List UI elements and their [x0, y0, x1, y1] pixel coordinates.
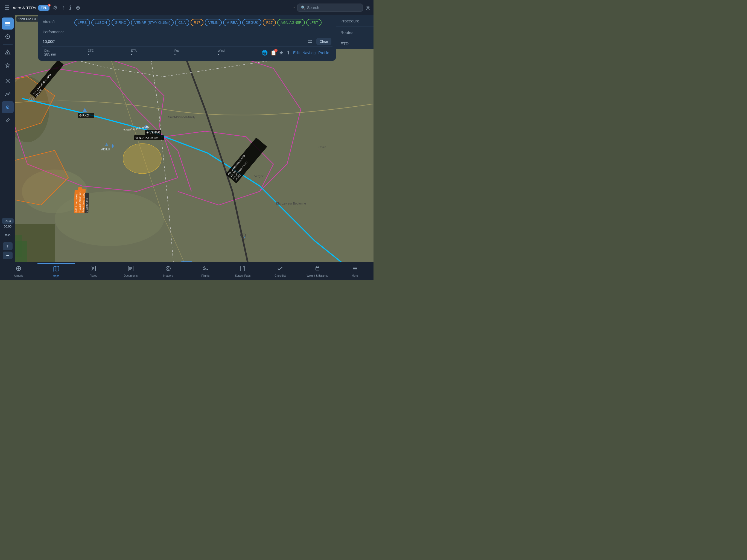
timer-icon[interactable]: ⊛ — [75, 3, 81, 12]
svg-rect-6 — [30, 59, 64, 98]
dist-col: Dist 285 nm — [43, 48, 86, 57]
zoom-in-button[interactable]: + — [3, 242, 12, 250]
svg-text:Saint-Pierre-d'Amilly: Saint-Pierre-d'Amilly — [168, 116, 196, 119]
search-placeholder: Search — [307, 5, 319, 10]
documents-label: Documents — [124, 274, 138, 277]
star-icon[interactable]: ★ — [279, 50, 284, 56]
sidebar-draw-button[interactable] — [2, 114, 14, 126]
sidebar-location-button[interactable] — [2, 31, 14, 43]
aircraft-label-col: Aircraft — [42, 18, 74, 26]
sidebar-layers-button[interactable] — [2, 18, 14, 29]
swap-icon[interactable]: ⇄ — [308, 39, 312, 45]
svg-text:⊙ VENAR: ⊙ VENAR — [146, 131, 160, 134]
routes-button[interactable]: Routes — [336, 27, 374, 38]
profile-button[interactable]: Profile — [318, 51, 329, 55]
svg-marker-14 — [83, 108, 87, 112]
svg-marker-44 — [111, 144, 114, 148]
svg-point-62 — [7, 107, 8, 108]
search-icon: 🔍 — [301, 5, 305, 10]
svg-text:FIS: LA ROCHE E INFO: FIS: LA ROCHE E INFO — [32, 73, 52, 96]
waypoint-tag[interactable]: GIRKO — [111, 19, 130, 26]
svg-text:FIS: AQUITAINE INFO: FIS: AQUITAINE INFO — [232, 161, 248, 179]
svg-rect-19 — [145, 130, 161, 135]
svg-rect-33 — [74, 190, 78, 213]
waypoint-tag[interactable]: R17 — [263, 19, 276, 26]
fuel-col: Fuel - — [173, 48, 216, 57]
navlog-button[interactable]: NavLog — [302, 51, 315, 55]
waypoint-tag[interactable]: DEGUK — [242, 19, 261, 26]
waypoint-tag[interactable]: VENAR (STAY 0h15m) — [131, 19, 174, 26]
route-node-button[interactable] — [2, 229, 14, 241]
nav-maps[interactable]: Maps — [37, 263, 75, 279]
svg-point-41 — [29, 97, 34, 101]
svg-text:ADILU: ADILU — [101, 148, 110, 151]
svg-marker-24 — [105, 143, 108, 146]
waypoint-tag[interactable]: LFBT — [306, 19, 321, 26]
waypoint-tag[interactable]: VELIN — [205, 19, 222, 26]
svg-point-75 — [166, 266, 170, 271]
sidebar-divider-1 — [3, 44, 12, 45]
zoom-out-button[interactable]: − — [3, 252, 12, 259]
svg-point-17 — [145, 126, 148, 129]
top-bar-center: ··· — [291, 5, 295, 10]
waypoint-tag[interactable]: CNA — [175, 19, 189, 26]
waypoint-tag[interactable]: LUSON — [91, 19, 110, 26]
edit-button[interactable]: Edit — [293, 51, 300, 55]
altitude-display[interactable]: 10,000' — [43, 40, 62, 44]
more-label: More — [352, 274, 358, 277]
nav-more[interactable]: More — [336, 263, 374, 279]
settings-icon[interactable]: ⚙ — [52, 3, 59, 12]
performance-label-col: Performance — [42, 28, 74, 36]
time-display: 1:28 PM CDT — [17, 17, 41, 22]
imagery-label: Imagery — [163, 274, 173, 277]
rec-button[interactable]: REC — [2, 218, 14, 224]
nav-scratchpads[interactable]: ScratchPads — [224, 263, 262, 279]
svg-point-51 — [7, 36, 8, 37]
layers-icon[interactable]: ☰ — [3, 3, 10, 12]
svg-rect-80 — [316, 268, 319, 270]
svg-point-31 — [243, 236, 246, 239]
nav-documents[interactable]: Documents — [112, 263, 150, 279]
waypoint-tag[interactable]: R17 — [190, 19, 204, 26]
svg-rect-15 — [78, 113, 94, 118]
svg-rect-35 — [77, 187, 82, 213]
aircraft-row: Aircraft LFRSLUSONGIRKOVENAR (STAY 0h15m… — [42, 18, 333, 28]
sidebar-star-button[interactable] — [2, 59, 14, 71]
svg-rect-48 — [5, 23, 10, 24]
procedure-button[interactable]: Procedure — [336, 15, 374, 27]
waypoint-tag[interactable]: AGN.AGN5R — [277, 19, 305, 26]
nav-plates[interactable]: Plates — [75, 263, 112, 279]
waypoint-tag[interactable]: LFRS — [74, 19, 90, 26]
waypoint-tag[interactable]: MIRBA — [223, 19, 241, 26]
bottom-nav: Airports Maps Plates — [0, 262, 374, 280]
stats-row: Dist 285 nm ETE - ETA - Fuel - Wind - 🌐 … — [42, 47, 333, 58]
info-icon[interactable]: ℹ — [68, 3, 73, 12]
sidebar-alert-button[interactable] — [2, 46, 14, 58]
search-box[interactable]: 🔍 Search — [297, 4, 363, 12]
clear-button[interactable]: Clear — [316, 38, 331, 45]
svg-point-5 — [123, 144, 161, 174]
notification-icon[interactable]: 📋 1 — [271, 50, 277, 56]
nav-flights[interactable]: Flights — [187, 263, 224, 279]
filter-icon[interactable]: ⧘ — [61, 4, 66, 12]
share-icon[interactable]: ⬆ — [286, 50, 290, 56]
svg-point-58 — [7, 53, 8, 54]
etd-button[interactable]: ETD — [336, 38, 374, 49]
globe-icon[interactable]: 🌐 — [262, 50, 268, 56]
nav-weight-balance[interactable]: Weight & Balance — [299, 263, 336, 279]
left-sidebar: REC 00:00 + − — [0, 15, 15, 262]
nav-imagery[interactable]: Imagery — [149, 263, 187, 279]
nav-airports[interactable]: Airports — [0, 263, 37, 279]
scratchpads-icon — [239, 265, 246, 274]
svg-text:R-PA1: 2000-FL195: R-PA1: 2000-FL195 — [82, 193, 85, 212]
sidebar-route-button[interactable] — [2, 75, 14, 87]
svg-point-76 — [168, 268, 169, 269]
sidebar-elevation-button[interactable] — [2, 88, 14, 100]
aircraft-label: Aircraft — [42, 18, 74, 26]
fpl-button[interactable]: FPL 1 — [38, 5, 50, 11]
svg-text:124.200: 124.200 — [35, 88, 43, 97]
nav-checklist[interactable]: Checklist — [261, 263, 299, 279]
sidebar-weather-button[interactable] — [2, 101, 14, 113]
gps-button[interactable]: ◎ — [366, 4, 370, 11]
plates-label: Plates — [90, 274, 97, 277]
